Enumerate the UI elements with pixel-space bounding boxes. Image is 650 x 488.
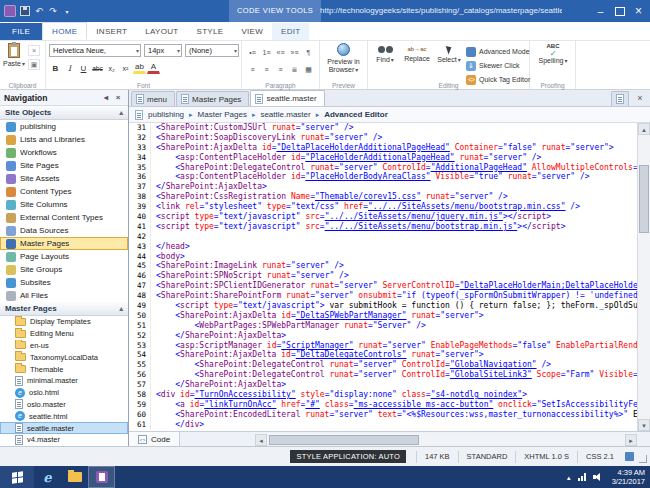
code-line[interactable]: 41<script type="text/javascript" src="..…	[129, 222, 637, 232]
editor-tab-menu[interactable]: menu	[131, 91, 175, 106]
save-icon[interactable]	[20, 6, 30, 16]
tree-item-themable[interactable]: Themable	[0, 363, 128, 375]
code-line[interactable]: 36 <asp:ContentPlaceHolder id="PlaceHold…	[129, 172, 637, 182]
ribbon-tab-file[interactable]: FILE	[0, 23, 42, 41]
code-line[interactable]: 46<SharePoint:SPNoScript runat="server" …	[129, 271, 637, 281]
maximize-button[interactable]	[610, 2, 629, 20]
code-line[interactable]: 55 <SharePoint:DelegateControl runat="se…	[129, 360, 637, 370]
ribbon-tab-insert[interactable]: INSERT	[87, 23, 136, 41]
tree-item-v4-master[interactable]: v4.master	[0, 434, 128, 446]
network-icon[interactable]	[578, 473, 586, 481]
bold-button[interactable]: B	[49, 61, 62, 74]
redo-button[interactable]	[48, 5, 58, 17]
file-explorer-taskbar-icon[interactable]	[61, 466, 88, 488]
code-line[interactable]: 33<SharePoint:AjaxDelta id="DeltaPlaceHo…	[129, 143, 637, 153]
font-color-button[interactable]: A	[147, 61, 160, 74]
code-line[interactable]: 42	[129, 232, 637, 242]
font-size-combobox[interactable]: 14px	[144, 44, 182, 57]
site-objects-header[interactable]: Site Objects	[0, 106, 128, 120]
sidebar-item-content-types[interactable]: Content Types	[0, 185, 128, 198]
code-line[interactable]: 44<body>	[129, 252, 637, 262]
tray-expand-icon[interactable]	[567, 472, 571, 482]
minimize-button[interactable]	[591, 2, 610, 20]
tree-item-seattle-master[interactable]: seattle.master	[0, 422, 128, 434]
breadcrumb-item-master-pages[interactable]: Master Pages	[198, 110, 247, 119]
select-button[interactable]: Select	[434, 43, 464, 64]
sidebar-item-data-sources[interactable]: Data Sources	[0, 224, 128, 237]
replace-button[interactable]: Replace	[402, 43, 432, 63]
bullets-button[interactable]: •≡	[246, 45, 259, 58]
start-button[interactable]	[0, 466, 34, 488]
preview-in-browser-button[interactable]: Preview in Browser	[322, 43, 365, 74]
code-line[interactable]: 53 <asp:ScriptManager id="ScriptManager"…	[129, 341, 637, 351]
copy-button[interactable]: ▣	[28, 59, 40, 70]
code-line[interactable]: 31<SharePoint:CustomJSUrl runat="server"…	[129, 123, 637, 133]
sidebar-item-site-columns[interactable]: Site Columns	[0, 198, 128, 211]
sidebar-item-publishing[interactable]: publishing	[0, 120, 128, 133]
highlight-button[interactable]: ab	[133, 61, 146, 74]
spelling-button[interactable]: Spelling	[538, 43, 568, 65]
editor-tab-seattle-master[interactable]: seattle.master	[250, 90, 324, 106]
code-line[interactable]: 52 </SharePoint:AjaxDelta>	[129, 331, 637, 341]
code-editor[interactable]: 31<SharePoint:CustomJSUrl runat="server"…	[129, 123, 637, 431]
breadcrumb-item-publishing[interactable]: publishing	[148, 110, 184, 119]
scroll-down-icon[interactable]: ▾	[638, 419, 650, 431]
breadcrumb-item-advanced-editor[interactable]: Advanced Editor	[324, 110, 388, 119]
qat-menu-button[interactable]	[62, 5, 72, 17]
tree-item-editing-menu[interactable]: Editing Menu	[0, 328, 128, 340]
code-line[interactable]: 43</head>	[129, 242, 637, 252]
sidebar-item-subsites[interactable]: Subsites	[0, 276, 128, 289]
justify-button[interactable]: ≣	[288, 62, 301, 75]
superscript-button[interactable]: x²	[119, 61, 132, 74]
breadcrumb-item-seattle-master[interactable]: seattle.master	[260, 110, 310, 119]
paste-button[interactable]: Paste	[2, 43, 26, 68]
sidebar-item-lists-and-libraries[interactable]: Lists and Libraries	[0, 133, 128, 146]
sharepoint-designer-taskbar-icon[interactable]	[88, 466, 115, 488]
editor-tab-stub[interactable]	[611, 91, 629, 106]
code-line[interactable]: 35 <SharePoint:DelegateControl runat="se…	[129, 163, 637, 173]
resize-grip[interactable]	[639, 455, 647, 463]
align-center-button[interactable]: ≡	[260, 62, 273, 75]
tree-item-minimal-master[interactable]: minimal.master	[0, 375, 128, 387]
ribbon-tab-style[interactable]: STYLE	[188, 23, 233, 41]
font-family-combobox[interactable]: Helvetica Neue,	[49, 44, 141, 57]
internet-explorer-taskbar-icon[interactable]	[34, 466, 61, 488]
style-application-status[interactable]: STYLE APPLICATION: AUTO	[290, 450, 406, 463]
sidebar-item-site-assets[interactable]: Site Assets	[0, 172, 128, 185]
schema-status[interactable]: XHTML 1.0 S	[515, 451, 577, 463]
code-line[interactable]: 37</SharePoint:AjaxDelta>	[129, 182, 637, 192]
close-button[interactable]	[629, 2, 648, 20]
editor-tab-master-pages[interactable]: Master Pages	[176, 91, 249, 106]
strikethrough-button[interactable]: abc	[91, 61, 104, 74]
scroll-left-icon[interactable]: ◂	[255, 434, 267, 446]
css-schema-status[interactable]: CSS 2.1	[577, 451, 622, 463]
sidebar-item-all-files[interactable]: All Files	[0, 289, 128, 302]
code-view-tab[interactable]: Code	[129, 432, 180, 446]
sidebar-item-site-groups[interactable]: Site Groups	[0, 263, 128, 276]
sidebar-item-page-layouts[interactable]: Page Layouts	[0, 250, 128, 263]
horizontal-scrollbar[interactable]: ◂ ▸	[255, 433, 637, 446]
outdent-button[interactable]: «≡	[274, 45, 287, 58]
italic-button[interactable]: I	[63, 61, 76, 74]
undo-button[interactable]	[34, 5, 44, 17]
code-line[interactable]: 59 <a id="linkTurnOnAcc" href="#" class=…	[129, 400, 637, 410]
code-line[interactable]: 61 </div>	[129, 420, 637, 430]
code-line[interactable]: 50 <SharePoint:AjaxDelta id="DeltaSPWebP…	[129, 311, 637, 321]
code-line[interactable]: 39<link rel="stylesheet" type="text/css"…	[129, 202, 637, 212]
code-line[interactable]: 38<SharePoint:CssRegistration Name="Them…	[129, 192, 637, 202]
skewer-click-button[interactable]: Skewer Click	[466, 59, 536, 72]
code-line[interactable]: 58<div id="TurnOnAccessibility" style="d…	[129, 390, 637, 400]
close-document-button[interactable]	[634, 92, 646, 104]
code-line[interactable]: 51 <WebPartPages:SPWebPartManager runat=…	[129, 321, 637, 331]
code-line[interactable]: 60 <SharePoint:EncodedLiteral runat="ser…	[129, 410, 637, 420]
contextual-tab-group[interactable]: CODE VIEW TOOLS	[229, 0, 321, 22]
sidebar-item-site-pages[interactable]: Site Pages	[0, 159, 128, 172]
subscript-button[interactable]: x₂	[105, 61, 118, 74]
code-line[interactable]: 48<SharePoint:SharePointForm runat="serv…	[129, 291, 637, 301]
tree-item-seattle-html[interactable]: seattle.html	[0, 410, 128, 422]
sidebar-item-master-pages[interactable]: Master Pages	[0, 237, 128, 250]
code-line[interactable]: 47<SharePoint:SPClientIDGenerator runat=…	[129, 281, 637, 291]
vertical-scroll-thumb[interactable]	[639, 165, 649, 233]
collapse-pane-icon[interactable]	[100, 93, 112, 102]
align-left-button[interactable]: ≡	[246, 62, 259, 75]
